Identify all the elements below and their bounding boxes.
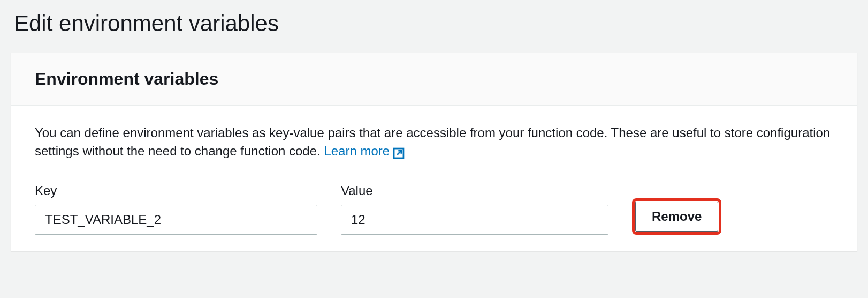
- panel-header: Environment variables: [11, 53, 857, 106]
- external-link-icon: [393, 146, 405, 158]
- remove-button[interactable]: Remove: [635, 202, 718, 232]
- value-input[interactable]: [341, 205, 608, 235]
- learn-more-label: Learn more: [324, 142, 390, 160]
- key-label: Key: [35, 183, 317, 198]
- panel-heading: Environment variables: [35, 69, 833, 89]
- value-field: Value: [341, 183, 608, 235]
- key-field: Key: [35, 183, 317, 235]
- remove-button-wrap: Remove: [632, 198, 721, 235]
- env-var-row: Key Value Remove: [35, 183, 833, 235]
- panel-body: You can define environment variables as …: [11, 106, 857, 251]
- panel-description: You can define environment variables as …: [35, 124, 833, 160]
- learn-more-link[interactable]: Learn more: [324, 142, 405, 160]
- value-label: Value: [341, 183, 608, 198]
- description-text: You can define environment variables as …: [35, 125, 830, 158]
- env-vars-panel: Environment variables You can define env…: [11, 53, 857, 251]
- page-title: Edit environment variables: [0, 0, 868, 53]
- key-input[interactable]: [35, 205, 317, 235]
